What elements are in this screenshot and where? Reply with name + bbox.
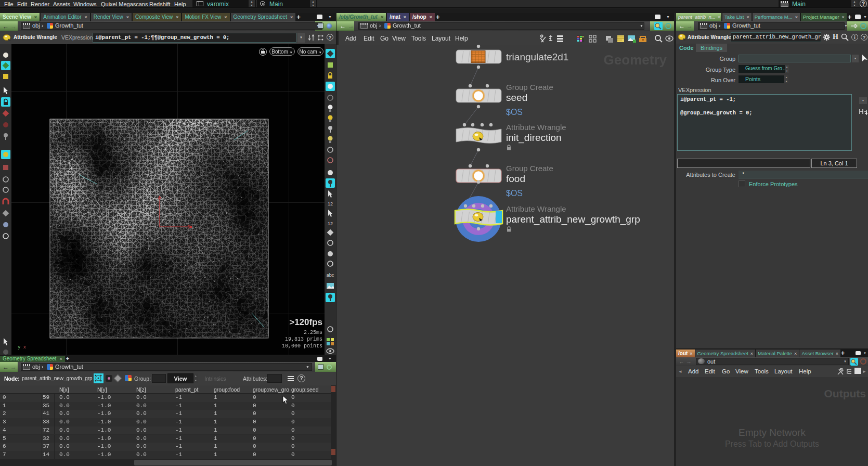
svg-text:food: food xyxy=(506,173,525,184)
svg-text:Group Create: Group Create xyxy=(506,164,553,173)
svg-text:abc: abc xyxy=(327,273,334,278)
svg-text:seed: seed xyxy=(506,92,527,103)
svg-text:parent_attrib_new_growth_grp: parent_attrib_new_growth_grp xyxy=(506,214,640,225)
svg-text:init_direction: init_direction xyxy=(506,132,562,144)
svg-text:Attribute Wrangle: Attribute Wrangle xyxy=(506,204,566,213)
svg-text:$OS: $OS xyxy=(506,108,523,116)
svg-text:$OS: $OS xyxy=(506,189,523,198)
svg-text:Group Create: Group Create xyxy=(506,83,553,92)
svg-text:12: 12 xyxy=(328,201,333,206)
svg-text:12: 12 xyxy=(328,221,333,226)
svg-text:Attribute Wrangle: Attribute Wrangle xyxy=(506,123,566,132)
svg-text:triangulate2d1: triangulate2d1 xyxy=(506,51,568,62)
